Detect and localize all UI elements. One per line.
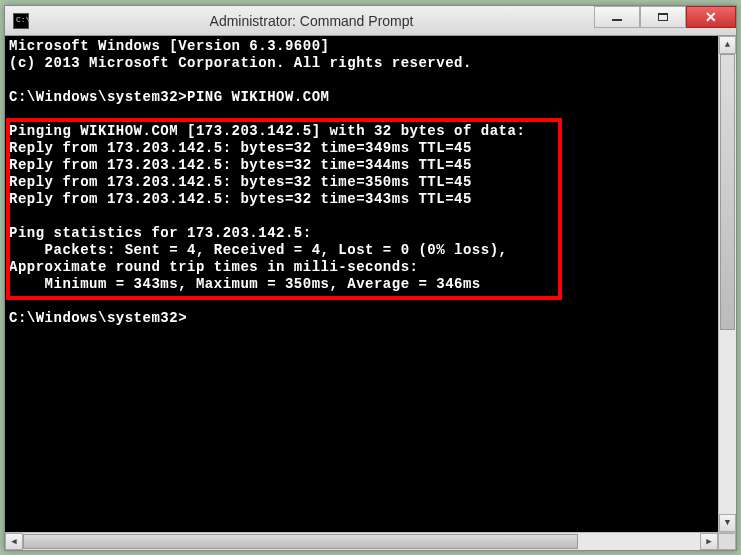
minimize-icon	[612, 19, 622, 21]
ping-reply-line: Reply from 173.203.142.5: bytes=32 time=…	[9, 140, 472, 156]
scroll-left-button[interactable]: ◀	[5, 533, 23, 550]
scroll-right-button[interactable]: ▶	[700, 533, 718, 550]
terminal-output[interactable]: Microsoft Windows [Version 6.3.9600] (c)…	[5, 36, 718, 532]
vscroll-track[interactable]	[719, 54, 736, 514]
ping-reply-line: Reply from 173.203.142.5: bytes=32 time=…	[9, 174, 472, 190]
vertical-scrollbar[interactable]: ▲ ▼	[718, 36, 736, 532]
copyright-line: (c) 2013 Microsoft Corporation. All righ…	[9, 55, 472, 71]
scroll-up-button[interactable]: ▲	[719, 36, 736, 54]
horizontal-scrollbar[interactable]: ◀ ▶	[5, 532, 736, 550]
ping-stats-packets: Packets: Sent = 4, Received = 4, Lost = …	[9, 242, 507, 258]
command-line-ping: C:\Windows\system32>PING WIKIHOW.COM	[9, 89, 329, 105]
vscroll-thumb[interactable]	[720, 54, 735, 330]
close-button[interactable]: ✕	[686, 6, 736, 28]
ping-info-line: Pinging WIKIHOW.COM [173.203.142.5] with…	[9, 123, 525, 139]
close-icon: ✕	[705, 9, 717, 25]
scrollbar-corner	[718, 533, 736, 550]
rtt-values: Minimum = 343ms, Maximum = 350ms, Averag…	[9, 276, 481, 292]
scroll-down-button[interactable]: ▼	[719, 514, 736, 532]
titlebar[interactable]: C:\ Administrator: Command Prompt ✕	[5, 6, 736, 36]
command-prompt-cursor: C:\Windows\system32>	[9, 310, 187, 326]
maximize-icon	[658, 13, 668, 21]
ping-reply-line: Reply from 173.203.142.5: bytes=32 time=…	[9, 157, 472, 173]
maximize-button[interactable]	[640, 6, 686, 28]
minimize-button[interactable]	[594, 6, 640, 28]
version-line: Microsoft Windows [Version 6.3.9600]	[9, 38, 329, 54]
command-prompt-window: C:\ Administrator: Command Prompt ✕ Micr…	[4, 5, 737, 551]
ping-reply-line: Reply from 173.203.142.5: bytes=32 time=…	[9, 191, 472, 207]
hscroll-track[interactable]	[23, 533, 700, 550]
window-controls: ✕	[594, 6, 736, 35]
window-title: Administrator: Command Prompt	[29, 13, 594, 29]
hscroll-thumb[interactable]	[23, 534, 578, 549]
rtt-header: Approximate round trip times in milli-se…	[9, 259, 418, 275]
ping-stats-header: Ping statistics for 173.203.142.5:	[9, 225, 312, 241]
app-icon: C:\	[13, 13, 29, 29]
client-area: Microsoft Windows [Version 6.3.9600] (c)…	[5, 36, 736, 532]
